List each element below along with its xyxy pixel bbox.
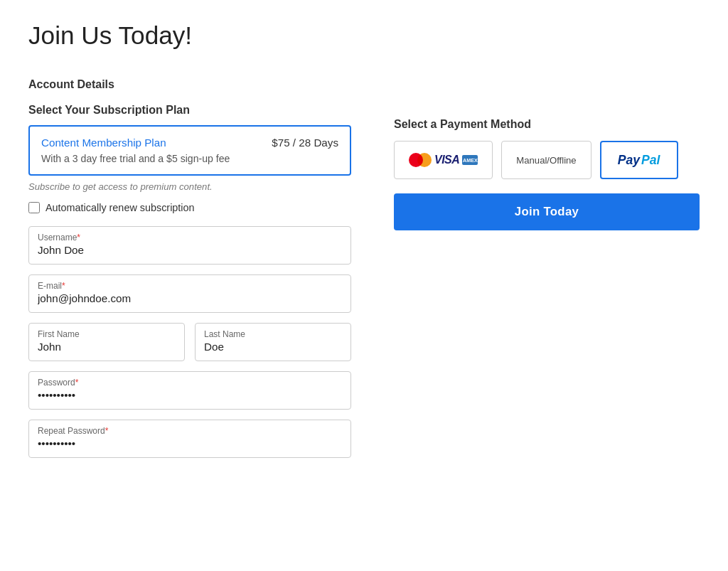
plan-note: Subscribe to get access to premium conte… (28, 181, 351, 192)
firstname-wrapper: First Name (28, 323, 185, 361)
paypal-text-blue: Pay (618, 153, 640, 168)
auto-renew-label[interactable]: Automatically renew subscription (46, 202, 195, 213)
left-column: Select Your Subscription Plan Content Me… (28, 104, 351, 468)
payment-options: VISA AMEX Manual/Offline PayPal (394, 141, 700, 179)
password-group: Password* (28, 371, 351, 410)
email-group: E-mail* (28, 274, 351, 313)
paypal-text-light: Pal (641, 153, 660, 168)
manual-offline-label: Manual/Offline (516, 155, 576, 166)
plan-price: $75 / 28 Days (272, 137, 338, 149)
repeat-password-wrapper: Repeat Password* (28, 420, 351, 458)
firstname-group: First Name (28, 323, 185, 361)
join-today-button[interactable]: Join Today (394, 193, 700, 230)
plan-card[interactable]: Content Membership Plan $75 / 28 Days Wi… (28, 125, 351, 176)
firstname-input[interactable] (38, 341, 176, 353)
email-wrapper: E-mail* (28, 274, 351, 313)
visa-icon: VISA (434, 154, 459, 166)
account-details-label: Account Details (28, 78, 700, 91)
amex-icon: AMEX (462, 155, 478, 165)
plan-description: With a 3 day free trial and a $5 sign-up… (41, 153, 338, 164)
username-wrapper: Username* (28, 226, 351, 265)
lastname-group: Last Name (195, 323, 351, 361)
subscription-section-label: Select Your Subscription Plan (28, 104, 351, 117)
mastercard-icon (409, 153, 432, 167)
password-wrapper: Password* (28, 371, 351, 410)
password-label: Password* (38, 378, 342, 388)
username-group: Username* (28, 226, 351, 265)
password-input[interactable] (38, 389, 342, 401)
auto-renew-row: Automatically renew subscription (28, 202, 351, 213)
payment-option-cards[interactable]: VISA AMEX (394, 141, 493, 179)
page-title: Join Us Today! (28, 21, 700, 50)
firstname-label: First Name (38, 329, 176, 339)
repeat-password-input[interactable] (38, 437, 342, 449)
auto-renew-checkbox[interactable] (28, 202, 40, 213)
email-label: E-mail* (38, 281, 342, 291)
repeat-password-label: Repeat Password* (38, 426, 342, 436)
name-row: First Name Last Name (28, 323, 351, 361)
username-label: Username* (38, 233, 342, 242)
right-column: Select a Payment Method VISA AMEX Manual… (394, 104, 700, 230)
payment-option-paypal[interactable]: PayPal (600, 141, 678, 179)
payment-option-manual[interactable]: Manual/Offline (501, 141, 591, 179)
lastname-label: Last Name (204, 329, 342, 339)
username-input[interactable] (38, 244, 342, 256)
paypal-logo: PayPal (618, 153, 660, 168)
repeat-password-group: Repeat Password* (28, 420, 351, 458)
lastname-input[interactable] (204, 341, 342, 353)
plan-name: Content Membership Plan (41, 137, 166, 149)
lastname-wrapper: Last Name (195, 323, 351, 361)
email-input[interactable] (38, 292, 342, 304)
payment-section-label: Select a Payment Method (394, 118, 700, 131)
